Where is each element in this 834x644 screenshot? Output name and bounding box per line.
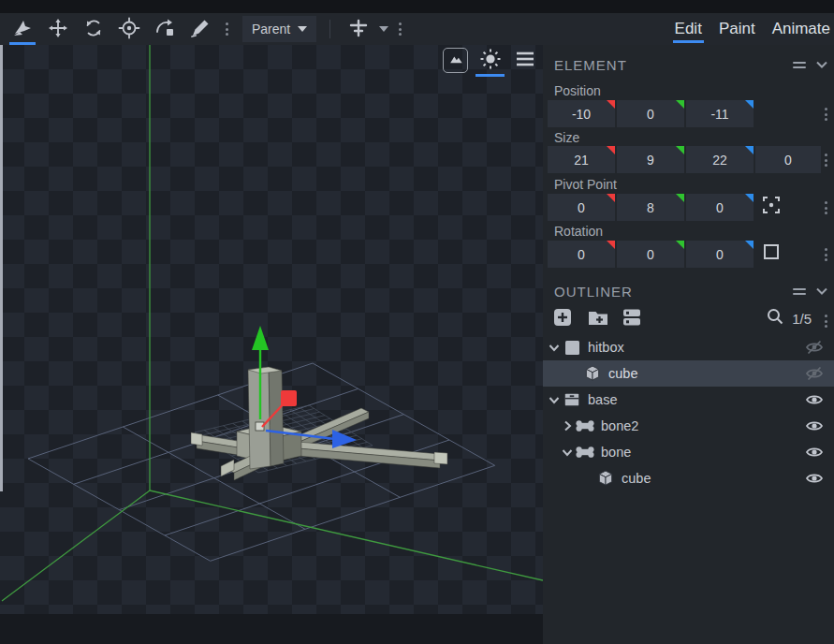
- hamburger-icon: [515, 50, 535, 72]
- cube-icon: [582, 364, 603, 383]
- tab-edit[interactable]: Edit: [673, 13, 704, 45]
- rotation-fields: 0 0 0: [548, 241, 754, 268]
- pivot-menu-button[interactable]: [823, 198, 829, 218]
- y-axis-corner: [676, 194, 684, 202]
- viewport[interactable]: [0, 45, 543, 644]
- x-axis-corner: [607, 241, 615, 249]
- tree-row-label: cube: [622, 471, 651, 486]
- pivot-y-input[interactable]: 8: [617, 194, 684, 221]
- visibility-on-icon[interactable]: [804, 469, 825, 488]
- search-count: 1/5: [792, 311, 812, 327]
- arrow-to-square-icon: [153, 17, 177, 42]
- transform-tool-button[interactable]: [7, 15, 37, 43]
- search-icon[interactable]: [766, 307, 784, 329]
- pivot-z-input[interactable]: 0: [686, 194, 754, 221]
- pivot-tool-button[interactable]: [114, 15, 144, 43]
- cube-icon: [595, 469, 616, 488]
- tab-paint[interactable]: Paint: [717, 13, 757, 45]
- outliner-toolbar: 1/5: [543, 307, 834, 331]
- rotation-y-input[interactable]: 0: [617, 241, 684, 268]
- four-arrows-icon: [47, 17, 69, 42]
- add-cube-icon: [552, 307, 573, 330]
- outliner-search: 1/5: [766, 307, 812, 329]
- chevron-down-icon[interactable]: [560, 448, 575, 457]
- tree-row-base[interactable]: base: [543, 387, 834, 413]
- size-inflate-input[interactable]: 0: [755, 146, 821, 173]
- outliner-panel-menu-icon[interactable]: [793, 288, 806, 295]
- shading-toggle[interactable]: [477, 48, 503, 73]
- brush-tool-button[interactable]: [185, 15, 215, 43]
- position-x-input[interactable]: -10: [548, 100, 615, 127]
- position-fields: -10 0 -11: [548, 100, 754, 127]
- size-y-input[interactable]: 9: [617, 146, 684, 173]
- outliner-panel-title: OUTLINER: [554, 284, 633, 300]
- tree-row-cube-bone[interactable]: cube: [543, 465, 834, 491]
- chevron-down-icon[interactable]: [547, 344, 562, 352]
- focus-pivot-button[interactable]: [758, 194, 784, 220]
- visibility-on-icon[interactable]: [804, 443, 825, 461]
- y-axis-corner: [676, 100, 684, 109]
- visibility-on-icon[interactable]: [804, 390, 825, 409]
- tab-animate[interactable]: Animate: [770, 13, 832, 45]
- tree-row-bone[interactable]: bone: [543, 439, 834, 465]
- add-group-folder-icon: [587, 307, 609, 330]
- transform-overflow-menu[interactable]: [394, 22, 406, 36]
- size-z-input[interactable]: 22: [686, 146, 754, 173]
- size-x-input[interactable]: 21: [548, 146, 615, 173]
- cursor-arrow-icon: [11, 17, 34, 42]
- move-tool-button[interactable]: [43, 15, 73, 43]
- visibility-off-icon[interactable]: [804, 338, 825, 357]
- 3d-scene[interactable]: [0, 45, 543, 644]
- background-image-toggle[interactable]: [443, 48, 468, 73]
- pivot-fields: 0 8 0: [548, 194, 754, 221]
- element-panel-menu-icon[interactable]: [793, 62, 806, 68]
- x-axis-corner: [607, 100, 615, 109]
- outliner-tree: hitbox cube: [543, 334, 834, 491]
- position-y-input[interactable]: 0: [617, 100, 684, 127]
- pivot-point-label: Pivot Point: [554, 177, 617, 192]
- app-window: Parent Edit Paint Animate: [0, 0, 834, 644]
- chevron-down-icon[interactable]: [547, 396, 562, 404]
- viewport-scrollbar[interactable]: [0, 45, 3, 491]
- toolbar-divider: [329, 20, 330, 38]
- pivot-x-input[interactable]: 0: [548, 194, 615, 221]
- parent-dropdown[interactable]: Parent: [242, 16, 316, 42]
- square-outline-icon: [761, 242, 782, 266]
- group-square-icon: [562, 340, 582, 356]
- add-cube-button[interactable]: [550, 307, 574, 330]
- outliner-menu-button[interactable]: [823, 311, 829, 331]
- crosshair-circle-icon: [117, 16, 141, 43]
- visibility-on-icon[interactable]: [804, 417, 825, 435]
- model-cross-base[interactable]: [191, 408, 447, 480]
- position-menu-button[interactable]: [823, 104, 829, 124]
- tree-row-cube-hitbox[interactable]: cube: [543, 360, 834, 387]
- outliner-panel-header: OUTLINER: [543, 279, 834, 303]
- outliner-columns-toggle-button[interactable]: [620, 307, 643, 330]
- tool-overflow-menu[interactable]: [221, 22, 233, 36]
- rotation-menu-button[interactable]: [823, 244, 829, 265]
- sun-icon: [479, 48, 502, 74]
- rotation-x-input[interactable]: 0: [548, 241, 615, 268]
- outliner-panel-collapse-button[interactable]: [815, 286, 828, 296]
- rescale-toggle-button[interactable]: [758, 241, 784, 267]
- viewport-menu-button[interactable]: [512, 48, 537, 73]
- transform-space-caret[interactable]: [379, 26, 388, 32]
- model-column[interactable]: [248, 367, 284, 469]
- element-panel-header: ELEMENT: [543, 52, 834, 77]
- transform-space-button[interactable]: [344, 15, 373, 43]
- element-panel-collapse-button[interactable]: [815, 60, 828, 69]
- plus-handle-icon: [347, 17, 370, 42]
- size-menu-button[interactable]: [823, 150, 829, 170]
- y-axis-corner: [676, 146, 684, 154]
- tool-group: Parent: [0, 15, 406, 43]
- tree-row-hitbox[interactable]: hitbox: [543, 334, 834, 360]
- chevron-right-icon[interactable]: [560, 420, 575, 432]
- main-toolbar: Parent Edit Paint Animate: [0, 13, 834, 45]
- visibility-off-icon[interactable]: [804, 364, 825, 383]
- rotation-z-input[interactable]: 0: [686, 241, 754, 268]
- rotate-tool-button[interactable]: [79, 15, 109, 43]
- vertex-snap-tool-button[interactable]: [150, 15, 180, 43]
- position-z-input[interactable]: -11: [686, 100, 754, 127]
- add-group-button[interactable]: [586, 307, 609, 330]
- tree-row-bone2[interactable]: bone2: [543, 413, 834, 439]
